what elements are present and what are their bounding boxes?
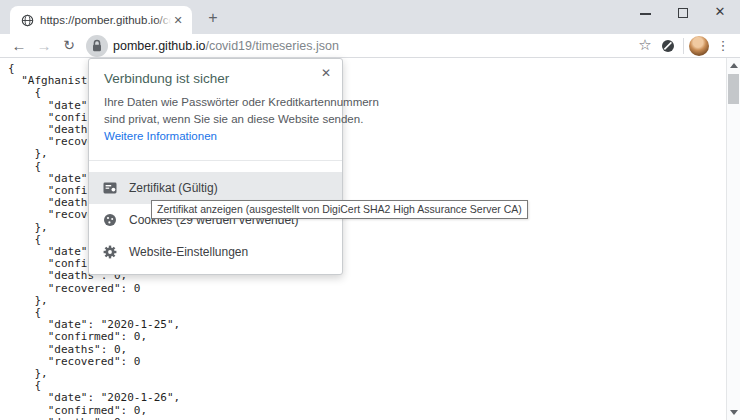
url-path: /covid19/timeseries.json — [205, 39, 338, 53]
popup-body-line2: sind privat, wenn Sie sie an diese Websi… — [104, 113, 363, 125]
scrollbar-down-arrow-icon[interactable] — [730, 410, 738, 415]
popup-body-line1: Ihre Daten wie Passwörter oder Kreditkar… — [104, 96, 379, 108]
certificate-tooltip: Zertifikat anzeigen (ausgestellt von Dig… — [151, 200, 528, 219]
certificate-icon — [103, 181, 117, 195]
reload-button[interactable]: ↻ — [60, 37, 78, 55]
site-security-lock-button[interactable] — [86, 35, 108, 57]
window-minimize-button[interactable] — [640, 13, 651, 15]
site-security-popup: ✕ Verbindung ist sicher Ihre Daten wie P… — [88, 58, 343, 275]
menu-item-label: Website-Einstellungen — [129, 236, 248, 268]
learn-more-link[interactable]: Weitere Informationen — [104, 130, 217, 142]
globe-favicon-icon — [21, 14, 34, 27]
scrollbar-thumb[interactable] — [728, 74, 739, 104]
browser-window: https://pomber.github.io/covid19 ✕ + ✕ ←… — [0, 0, 740, 420]
menu-item-site-settings[interactable]: Website-Einstellungen — [89, 236, 342, 268]
popup-title: Verbindung ist sicher — [104, 71, 229, 86]
scrollbar-up-arrow-icon[interactable] — [730, 63, 738, 68]
gear-icon — [103, 245, 117, 259]
popup-divider — [89, 160, 342, 161]
forward-button[interactable]: → — [35, 37, 53, 55]
window-maximize-button[interactable] — [678, 8, 688, 18]
vertical-scrollbar[interactable] — [726, 58, 740, 420]
bookmark-star-icon[interactable]: ☆ — [636, 36, 654, 54]
window-close-button[interactable]: ✕ — [712, 3, 728, 21]
cookie-icon — [103, 213, 117, 227]
tab-strip: https://pomber.github.io/covid19 ✕ + ✕ — [0, 0, 740, 34]
browser-toolbar — [0, 34, 740, 58]
popup-close-icon[interactable]: ✕ — [319, 66, 333, 80]
toolbar-separator — [683, 38, 684, 54]
tab-close-icon[interactable]: ✕ — [171, 13, 185, 27]
url-domain: pomber.github.io — [113, 39, 205, 53]
extension-icon[interactable] — [661, 39, 675, 53]
menu-kebab-icon[interactable]: ⋮ — [714, 37, 732, 55]
back-button[interactable]: ← — [10, 37, 28, 55]
address-bar[interactable]: pomber.github.io/covid19/timeseries.json — [113, 39, 339, 53]
lock-icon — [91, 39, 103, 53]
new-tab-button[interactable]: + — [203, 8, 223, 28]
profile-avatar[interactable] — [689, 36, 709, 56]
tab-active[interactable]: https://pomber.github.io/covid19 ✕ — [10, 6, 192, 34]
